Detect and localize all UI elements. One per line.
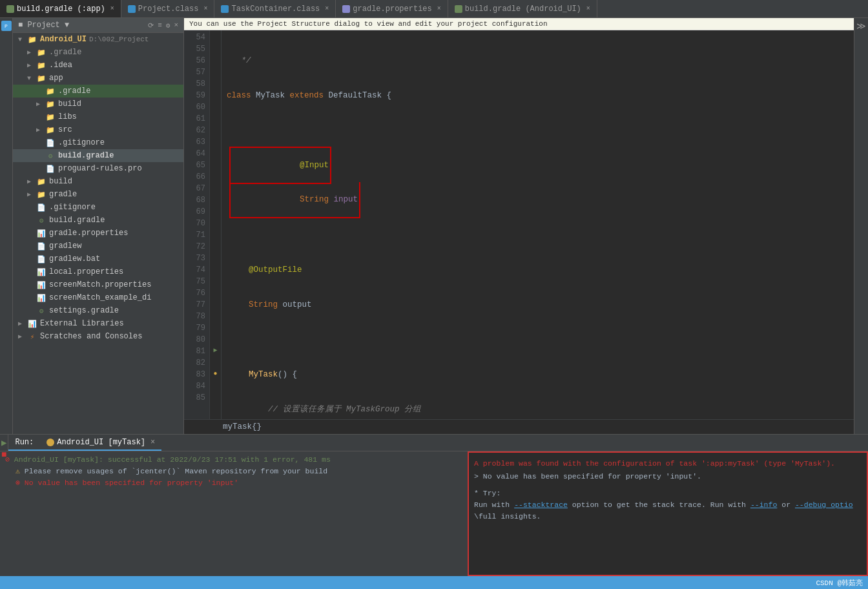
tree-label: .gradle: [49, 48, 81, 57]
tree-item-build[interactable]: ▶ 📁 build: [13, 175, 183, 188]
tree-item-proguard[interactable]: 📄 proguard-rules.pro: [13, 162, 183, 175]
status-text: CSDN @韩茹亮: [816, 578, 863, 588]
tab-close-icon[interactable]: ×: [150, 438, 155, 447]
tab-build-gradle-android[interactable]: build.gradle (Android_UI) ×: [448, 0, 597, 17]
tree-item-gradle-properties[interactable]: 📊 gradle.properties: [13, 227, 183, 240]
editor-footer-preview: myTask{}: [184, 419, 854, 434]
tab-label: TaskContainer.class: [231, 5, 320, 14]
close-panel-icon[interactable]: ×: [174, 21, 178, 30]
tree-item-local-properties[interactable]: 📊 local.properties: [13, 265, 183, 278]
gradle-icon: ⚙: [36, 216, 46, 225]
folder-icon: 📁: [36, 61, 46, 70]
tab-project-class[interactable]: Project.class ×: [121, 0, 215, 17]
tree-item-gradle-hidden[interactable]: ▶ 📁 .gradle: [13, 46, 183, 59]
tab-close-icon[interactable]: ×: [203, 5, 207, 12]
tree-item-app-gradle[interactable]: 📁 .gradle: [13, 85, 183, 98]
folder-icon-blue: 📁: [45, 125, 56, 134]
tree-arrow: ▶: [27, 178, 36, 185]
tree-arrow: ▼: [27, 75, 36, 82]
tab-label: build.gradle (Android_UI): [465, 5, 581, 14]
folder-icon: 📁: [45, 112, 56, 121]
project-tree: ▼ 📁 Android_UI D:\002_Project ▶ 📁 .gradl…: [13, 33, 183, 434]
error-try-label: * Try:: [474, 489, 501, 497]
error-panel: A problem was found with the configurati…: [468, 451, 868, 576]
status-bar: CSDN @韩茹亮: [0, 576, 868, 589]
run-warning-text: Please remove usages of `jcenter()` Mave…: [25, 467, 327, 475]
right-sidebar: ≫: [854, 18, 868, 434]
code-line-57: @Input: [227, 160, 854, 171]
tree-root[interactable]: ▼ 📁 Android_UI D:\002_Project: [13, 33, 183, 46]
tree-item-app[interactable]: ▼ 📁 app: [13, 72, 183, 85]
tree-item-gradlew-bat[interactable]: 📄 gradlew.bat: [13, 253, 183, 265]
tab-close-icon[interactable]: ×: [325, 5, 329, 12]
sync-icon[interactable]: ⟳: [148, 21, 154, 30]
stacktrace-link[interactable]: --stacktrace: [514, 501, 568, 509]
error-title-text: A problem was found with the configurati…: [474, 459, 835, 468]
error-option-text: option to get the stack trace. Run with: [572, 501, 750, 509]
tree-item-app-build-gradle[interactable]: ⚙ build.gradle: [13, 149, 183, 162]
app-window: build.gradle (:app) × Project.class × Ta…: [0, 0, 868, 589]
run-play-button[interactable]: ▶: [1, 437, 6, 448]
tree-item-build-gradle-root[interactable]: ⚙ build.gradle: [13, 214, 183, 227]
folder-icon: 📁: [36, 190, 46, 199]
editor-area: You can use the Project Structure dialog…: [184, 18, 854, 434]
tab-android-ui-mytask[interactable]: Android_UI [myTask] ×: [40, 435, 161, 451]
tree-item-screenmatch[interactable]: 📊 screenMatch.properties: [13, 278, 183, 291]
info-link[interactable]: --info: [750, 501, 777, 509]
bottom-panel: ▶ ■ Run: Android_UI [myTask] × ⊘ Android…: [0, 434, 868, 576]
tree-item-external-libs[interactable]: ▶ 📊 External Libraries: [13, 317, 183, 330]
tree-label: screenMatch_example_di: [49, 293, 151, 302]
tab-close-icon[interactable]: ×: [437, 5, 441, 12]
tree-arrow: ▼: [18, 36, 27, 43]
tree-arrow: ▶: [27, 191, 36, 198]
error-title: A problem was found with the configurati…: [474, 458, 862, 470]
code-line-63: MyTask() {: [227, 369, 854, 380]
tree-item-gradlew[interactable]: 📄 gradlew: [13, 240, 183, 253]
tree-label: .gitignore: [58, 138, 105, 147]
tree-item-app-gitignore[interactable]: 📄 .gitignore: [13, 136, 183, 149]
run-task-label: Android_UI [myTask]: [57, 438, 145, 447]
folder-icon: 📁: [45, 99, 56, 108]
project-panel-toggle[interactable]: P: [1, 21, 12, 31]
tree-item-gradle-folder[interactable]: ▶ 📁 gradle: [13, 188, 183, 201]
collapse-icon[interactable]: ≡: [158, 21, 162, 30]
tree-label: screenMatch.properties: [49, 280, 151, 289]
tab-gradle-properties[interactable]: gradle.properties ×: [336, 0, 448, 17]
code-line-55: class MyTask extends DefaultTask {: [227, 90, 854, 101]
code-line-59: [227, 229, 854, 241]
tree-item-label: Android_UI: [40, 35, 87, 44]
tab-taskcontainer-class[interactable]: TaskContainer.class ×: [214, 0, 336, 17]
error-or-text: or: [781, 501, 795, 509]
run-success-text: Android_UI [myTask]: successful at 2022/…: [14, 455, 331, 464]
debug-link[interactable]: --debug optio: [795, 501, 853, 509]
code-content[interactable]: */ class MyTask extends DefaultTask { @I…: [222, 30, 854, 419]
right-icon-1[interactable]: ≫: [856, 21, 866, 32]
tree-label: local.properties: [49, 267, 123, 276]
tree-item-idea[interactable]: ▶ 📁 .idea: [13, 59, 183, 72]
project-title: ■ Project ▼: [18, 21, 69, 30]
tree-item-gitignore-root[interactable]: 📄 .gitignore: [13, 201, 183, 214]
folder-icon: 📁: [36, 177, 46, 186]
tree-label: settings.gradle: [49, 306, 119, 315]
tree-item-settings[interactable]: ⚙ settings.gradle: [13, 304, 183, 317]
settings-icon[interactable]: ⚙: [166, 21, 170, 30]
tab-build-gradle-app[interactable]: build.gradle (:app) ×: [0, 0, 121, 17]
tree-item-app-libs[interactable]: 📁 libs: [13, 110, 183, 123]
tree-item-scratches[interactable]: ▶ ⚡ Scratches and Consoles: [13, 330, 183, 343]
preview-text: myTask{}: [223, 422, 262, 431]
tab-close-icon[interactable]: ×: [586, 5, 590, 12]
tab-close-icon[interactable]: ×: [110, 5, 114, 12]
task-status-icon: [46, 439, 54, 446]
project-header: ■ Project ▼ ⟳ ≡ ⚙ ×: [13, 18, 183, 33]
code-line-64: // 设置该任务属于 MyTaskGroup 分组: [227, 404, 854, 415]
tree-item-app-src[interactable]: ▶ 📁 src: [13, 123, 183, 136]
tree-item-app-build[interactable]: ▶ 📁 build: [13, 98, 183, 110]
tree-label: .gitignore: [49, 203, 96, 212]
tree-arrow: ▶: [18, 333, 27, 340]
class-icon: [128, 5, 136, 13]
code-editor[interactable]: 54 55 56 57 58 59 60 61 62 63 64 65 66 6…: [184, 30, 854, 419]
tree-item-screenmatch-example[interactable]: 📊 screenMatch_example_di: [13, 291, 183, 304]
error-icon: ⊘: [5, 455, 14, 464]
code-line-62: [227, 334, 854, 346]
tab-run[interactable]: Run:: [8, 435, 40, 451]
